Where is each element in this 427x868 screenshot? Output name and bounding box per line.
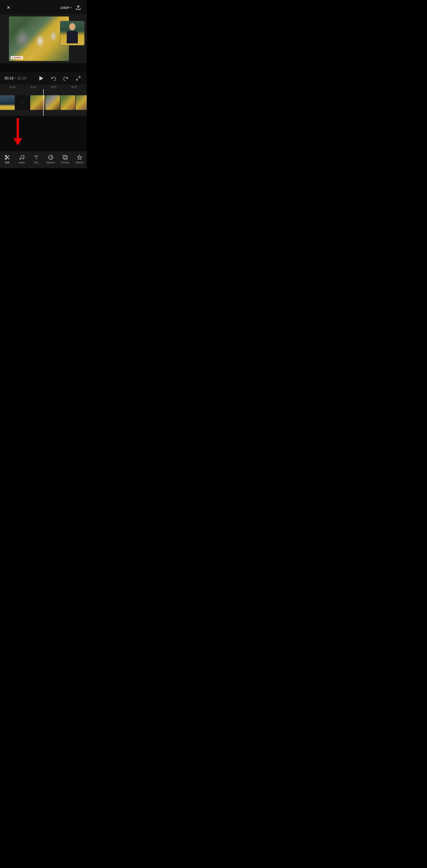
thumbnail-animation-3[interactable] [61, 95, 75, 110]
close-button[interactable]: ✕ [4, 4, 12, 11]
redo-icon [63, 76, 68, 81]
play-button[interactable] [37, 74, 45, 82]
nav-label-overlay: Overlay [61, 161, 69, 164]
scissors-icon [4, 154, 10, 160]
redo-button[interactable] [62, 74, 70, 82]
video-preview-area: Z ZOOMIT [0, 14, 87, 63]
person-body [67, 31, 78, 43]
red-arrow [13, 118, 22, 145]
arrow-shaft [17, 118, 19, 138]
thumbnail-animation-1[interactable] [30, 95, 45, 110]
nav-item-stickers[interactable]: Stickers [45, 154, 56, 164]
time-total: 12:10 [17, 76, 26, 80]
text-t-icon [33, 154, 39, 160]
time-current: 00:19 [4, 76, 13, 80]
playback-controls: 00:19 / 12:10 [0, 72, 87, 85]
person-head [69, 23, 75, 30]
effects-star-icon [77, 154, 83, 160]
sticker-icon [48, 154, 54, 160]
nav-label-effects: Effects [76, 161, 83, 164]
pip-video-content [60, 21, 84, 45]
zoomit-watermark: Z ZOOMIT [11, 56, 23, 59]
person-silhouette [66, 23, 79, 43]
nav-item-overlay[interactable]: Overlay [60, 154, 71, 164]
top-bar-right: 1080P ▾ [60, 4, 82, 11]
nav-label-audio: Audio [19, 161, 25, 164]
play-icon [39, 76, 43, 81]
nav-label-stickers: Stickers [46, 161, 55, 164]
chevron-down-icon: ▾ [70, 6, 72, 9]
spacer-area [0, 63, 87, 72]
playhead [43, 89, 43, 116]
ruler-marks: 00:16 00:18 00:20 00:22 [0, 86, 87, 88]
svg-rect-14 [64, 156, 67, 160]
svg-point-9 [23, 158, 24, 159]
svg-line-2 [76, 79, 78, 80]
upload-icon [76, 5, 81, 10]
time-display: 00:19 / 12:10 [4, 76, 26, 80]
pip-video[interactable] [60, 21, 85, 45]
undo-button[interactable] [50, 74, 57, 82]
control-buttons [37, 74, 82, 82]
ruler-mark-2: 00:20 [51, 86, 57, 88]
nav-item-edit[interactable]: Edit [2, 154, 13, 164]
fullscreen-button[interactable] [74, 74, 82, 82]
nav-label-edit: Edit [5, 161, 9, 164]
svg-line-1 [79, 76, 80, 78]
svg-rect-13 [63, 155, 66, 158]
timeline-ruler: 00:16 00:18 00:20 00:22 [0, 85, 87, 89]
svg-point-8 [20, 158, 21, 160]
arrow-head [13, 138, 22, 145]
overlay-icon [62, 154, 68, 160]
time-separator: / [14, 76, 17, 80]
export-button[interactable] [74, 4, 82, 11]
top-bar: ✕ 1080P ▾ [0, 0, 87, 14]
thumbnail-black[interactable]: I [15, 95, 30, 110]
nav-item-audio[interactable]: Audio [16, 154, 27, 164]
resolution-label: 1080P [60, 6, 70, 9]
thumbnail-animation-2[interactable] [45, 95, 60, 110]
nav-item-text[interactable]: Text [31, 154, 42, 164]
resolution-button[interactable]: 1080P ▾ [60, 6, 72, 9]
ruler-mark-0: 00:16 [10, 86, 15, 88]
undo-icon [51, 76, 56, 81]
fullscreen-icon [76, 76, 81, 81]
ruler-mark-3: 00:22 [71, 86, 77, 88]
svg-line-6 [8, 158, 9, 159]
thumbnail-animation-4[interactable] [76, 95, 87, 110]
ruler-mark-1: 00:18 [30, 86, 36, 88]
music-note-icon [19, 154, 25, 160]
nav-label-text: Text [34, 161, 38, 164]
nav-item-effects[interactable]: Effects [74, 154, 85, 164]
thumbnail-person[interactable] [0, 95, 15, 110]
bottom-nav: Edit Audio Text Stickers Overlay [0, 152, 87, 168]
below-timeline-area [0, 116, 87, 152]
timeline-area[interactable]: I + [0, 89, 87, 116]
